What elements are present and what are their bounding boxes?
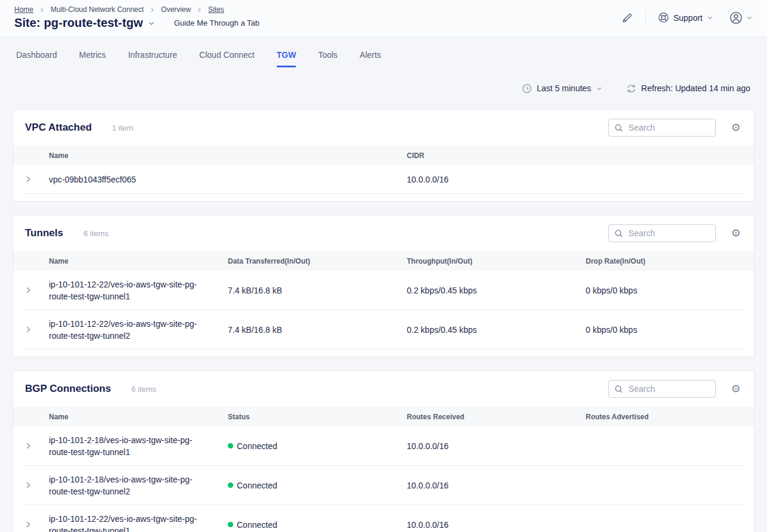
search-icon	[614, 229, 623, 238]
cell: 10.0.0.0/16	[407, 480, 586, 491]
row-expander-chevron-icon[interactable]	[23, 442, 49, 450]
panel-vpc-attached: VPC Attached 1 item ⚙ NameCIDR vpc-09bb1…	[13, 109, 754, 202]
tab-metrics[interactable]: Metrics	[79, 45, 106, 67]
user-avatar-icon	[729, 11, 743, 25]
row-expander-chevron-icon[interactable]	[23, 481, 49, 489]
panel-count: 6 items	[83, 229, 109, 238]
tab-alerts[interactable]: Alerts	[360, 45, 381, 67]
tab-infrastructure[interactable]: Infrastructure	[128, 45, 177, 67]
account-chevron-down-icon	[746, 14, 753, 21]
app-header: HomeMulti-Cloud Network ConnectOverviewS…	[0, 0, 767, 37]
status-label: Connected	[237, 519, 277, 531]
breadcrumb-separator-icon	[196, 7, 203, 13]
support-chevron-down-icon	[707, 14, 713, 21]
table-body: ip-10-101-2-18/ves-io-aws-tgw-site-pg-ro…	[13, 426, 754, 532]
header-divider	[645, 10, 646, 26]
panel-tunnels: Tunnels 6 items ⚙ NameData Transferred(I…	[13, 215, 754, 357]
time-range-selector[interactable]: Last 5 minutes	[522, 83, 602, 94]
name-cell: ip-10-101-2-18/ves-io-aws-tgw-site-pg-ro…	[49, 434, 228, 458]
tab-tools[interactable]: Tools	[318, 45, 338, 67]
panel-bgp-connections: BGP Connections 6 items ⚙ NameStatusRout…	[13, 370, 754, 532]
breadcrumb: HomeMulti-Cloud Network ConnectOverviewS…	[14, 5, 259, 14]
search-icon	[614, 385, 623, 394]
table-body: ip-10-101-12-22/ves-io-aws-tgw-site-pg-r…	[13, 271, 754, 357]
gear-icon[interactable]: ⚙	[730, 228, 742, 239]
status-dot-icon	[228, 482, 233, 488]
table-header-row: NameData Transferred(In/Out)Throughput(I…	[13, 251, 754, 271]
panel-count: 1 item	[112, 123, 133, 132]
cell: 10.0.0.0/16	[407, 519, 586, 531]
panel-title: BGP Connections	[25, 383, 111, 395]
cell: 0.2 kbps/0.45 kbps	[407, 284, 586, 296]
search-icon	[614, 123, 623, 132]
status-label: Connected	[237, 440, 277, 452]
row-expander-chevron-icon[interactable]	[23, 521, 49, 528]
breadcrumb-item[interactable]: Home	[14, 5, 33, 14]
panel-title: Tunnels	[25, 227, 63, 239]
cell: 10.0.0.0/16	[407, 440, 586, 452]
status-cell: Connected	[228, 519, 407, 531]
search-box	[608, 119, 716, 137]
table-row[interactable]: vpc-09bb1043ff5ecf06510.0.0.0/16	[23, 165, 744, 194]
time-range-label: Last 5 minutes	[537, 83, 591, 93]
row-expander-chevron-icon[interactable]	[23, 175, 49, 183]
search-input[interactable]	[627, 122, 710, 133]
cell: 0.2 kbps/0.45 kbps	[407, 324, 586, 336]
search-box	[608, 224, 716, 242]
support-label: Support	[673, 13, 703, 23]
search-input[interactable]	[627, 228, 710, 239]
breadcrumb-item: Multi-Cloud Network Connect	[51, 5, 144, 14]
status-label: Connected	[237, 480, 277, 491]
panel-title: VPC Attached	[25, 122, 92, 134]
table-row[interactable]: ip-10-101-12-22/ves-io-aws-tgw-site-pg-r…	[23, 310, 744, 349]
account-menu[interactable]	[729, 11, 753, 25]
search-box	[608, 380, 716, 398]
tab-tgw[interactable]: TGW	[277, 45, 296, 67]
search-input[interactable]	[627, 383, 710, 394]
column-header: Routes Received	[407, 413, 586, 421]
table-header-row: NameStatusRoutes ReceivedRoutes Advertis…	[13, 407, 754, 426]
breadcrumb-item: Overview	[161, 5, 191, 14]
column-header: Status	[228, 413, 407, 421]
name-cell: ip-10-101-2-18/ves-io-aws-tgw-site-pg-ro…	[49, 474, 228, 497]
row-expander-chevron-icon[interactable]	[23, 286, 49, 294]
tab-dashboard[interactable]: Dashboard	[16, 45, 57, 67]
tab-bar: DashboardMetricsInfrastructureCloud Conn…	[0, 45, 767, 67]
table-body: vpc-09bb1043ff5ecf06510.0.0.0/16	[13, 165, 754, 201]
gear-icon[interactable]: ⚙	[730, 383, 742, 394]
table-row[interactable]: ip-10-101-2-18/ves-io-aws-tgw-site-pg-ro…	[23, 466, 744, 505]
column-header: Drop Rate(In/Out)	[586, 257, 744, 265]
refresh-icon	[626, 83, 636, 94]
breadcrumb-item[interactable]: Sites	[208, 5, 224, 14]
status-cell: Connected	[228, 480, 407, 491]
cell: 0 kbps/0 kbps	[586, 324, 744, 336]
column-header: Routes Advertised	[586, 413, 744, 421]
breadcrumb-separator-icon	[39, 7, 45, 13]
cell: 7.4 kB/16.8 kB	[228, 324, 407, 336]
cell: 0 kbps/0 kbps	[586, 284, 744, 296]
time-range-chevron-icon	[596, 85, 602, 92]
table-row[interactable]: ip-10-101-12-22/ves-io-aws-tgw-site-pg-r…	[23, 271, 744, 310]
column-header: Name	[49, 413, 228, 421]
column-header: CIDR	[407, 151, 744, 160]
table-row[interactable]: ip-10-101-12-22/ves-io-aws-tgw-site-pg-r…	[23, 505, 744, 532]
column-header: Throughput(In/Out)	[407, 257, 586, 265]
table-row[interactable]: ip-10-101-2-18/ves-io-aws-tgw-site-pg-ro…	[23, 426, 744, 466]
page-title: Site: pg-route-test-tgw	[14, 16, 143, 30]
support-menu[interactable]: Support	[658, 12, 713, 23]
name-cell: ip-10-101-12-22/ves-io-aws-tgw-site-pg-r…	[49, 318, 228, 342]
pencil-icon[interactable]	[620, 11, 633, 24]
clock-icon	[522, 83, 532, 94]
status-dot-icon	[228, 443, 233, 449]
breadcrumb-separator-icon	[149, 7, 156, 13]
lifebuoy-icon	[658, 12, 669, 23]
tab-cloud-connect[interactable]: Cloud Connect	[199, 45, 255, 67]
name-cell: ip-10-101-12-22/ves-io-aws-tgw-site-pg-r…	[49, 279, 228, 302]
row-expander-chevron-icon[interactable]	[23, 326, 49, 333]
column-header: Data Transferred(In/Out)	[228, 257, 407, 265]
site-dropdown-chevron-icon[interactable]	[148, 20, 155, 27]
refresh-button[interactable]: Refresh: Updated 14 min ago	[626, 83, 750, 94]
guide-me-link[interactable]: Guide Me Through a Tab	[174, 18, 259, 27]
gear-icon[interactable]: ⚙	[730, 122, 742, 133]
refresh-status-label: Refresh: Updated 14 min ago	[641, 83, 750, 93]
